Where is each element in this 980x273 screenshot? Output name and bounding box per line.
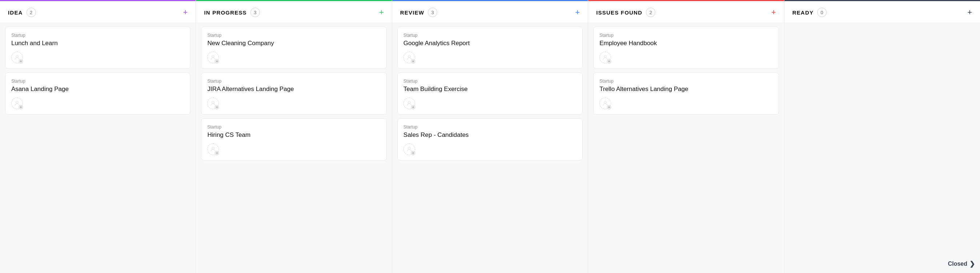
card-avatar-add[interactable] xyxy=(404,52,415,63)
card-avatar-add[interactable] xyxy=(600,52,611,63)
column-title-issues-found: ISSUES FOUND xyxy=(596,10,642,16)
card-title: Google Analytics Report xyxy=(404,39,576,47)
card-org-label: Startup xyxy=(404,33,576,38)
column-count-in-progress: 3 xyxy=(250,8,260,17)
column-header-issues-found: ISSUES FOUND2+ xyxy=(588,0,784,22)
card-org-label: Startup xyxy=(600,78,772,84)
column-count-ready: 0 xyxy=(817,8,827,17)
column-add-button-ready[interactable]: + xyxy=(967,8,972,16)
task-card[interactable]: StartupSales Rep - Candidates xyxy=(397,118,583,161)
svg-point-5 xyxy=(408,55,410,57)
card-avatar-add[interactable] xyxy=(11,52,23,63)
card-avatar-add[interactable] xyxy=(207,97,219,109)
card-avatar-add[interactable] xyxy=(404,97,415,109)
card-avatar-add[interactable] xyxy=(207,52,219,63)
card-title: Employee Handbook xyxy=(600,39,772,47)
column-title-review: REVIEW xyxy=(400,10,424,16)
svg-point-0 xyxy=(16,55,18,57)
task-card[interactable]: StartupGoogle Analytics Report xyxy=(397,27,583,69)
closed-label: Closed xyxy=(948,260,967,267)
card-avatar-add[interactable] xyxy=(207,144,219,155)
svg-point-3 xyxy=(212,101,214,104)
column-body-in-progress: StartupNew Cleaning Company StartupJIRA … xyxy=(196,22,391,273)
card-title: New Cleaning Company xyxy=(207,39,380,47)
column-title-in-progress: IN PROGRESS xyxy=(204,10,247,16)
column-count-issues-found: 2 xyxy=(646,8,655,17)
card-org-label: Startup xyxy=(600,33,772,38)
card-title: Hiring CS Team xyxy=(207,131,380,139)
column-title-ready: READY xyxy=(792,10,814,16)
card-org-label: Startup xyxy=(404,78,576,84)
column-body-idea: StartupLunch and Learn StartupAsana Land… xyxy=(0,22,196,273)
column-ready: READY0+Closed❯ xyxy=(784,0,980,273)
svg-point-7 xyxy=(408,147,410,149)
column-add-button-idea[interactable]: + xyxy=(183,8,188,16)
column-title-idea: IDEA xyxy=(8,10,23,16)
column-footer-ready: Closed❯ xyxy=(784,255,980,273)
card-title: Sales Rep - Candidates xyxy=(404,131,576,139)
column-review: REVIEW3+StartupGoogle Analytics Report S… xyxy=(392,0,588,273)
column-body-issues-found: StartupEmployee Handbook StartupTrello A… xyxy=(588,22,784,273)
column-issues-found: ISSUES FOUND2+StartupEmployee Handbook S… xyxy=(588,0,784,273)
task-card[interactable]: StartupHiring CS Team xyxy=(201,118,387,161)
column-body-review: StartupGoogle Analytics Report StartupTe… xyxy=(392,22,588,273)
card-title: Asana Landing Page xyxy=(11,85,184,93)
task-card[interactable]: StartupTrello Alternatives Landing Page xyxy=(593,72,779,115)
card-org-label: Startup xyxy=(207,33,380,38)
task-card[interactable]: StartupLunch and Learn xyxy=(5,27,191,69)
svg-point-8 xyxy=(604,55,606,57)
card-avatar-add[interactable] xyxy=(11,97,23,109)
column-header-ready: READY0+ xyxy=(784,0,980,22)
card-avatar-add[interactable] xyxy=(404,144,415,155)
kanban-board: IDEA2+StartupLunch and Learn StartupAsan… xyxy=(0,0,980,273)
column-count-idea: 2 xyxy=(27,8,36,17)
closed-chevron-icon: ❯ xyxy=(969,260,975,268)
svg-point-2 xyxy=(212,55,214,57)
column-add-button-in-progress[interactable]: + xyxy=(379,8,384,16)
card-title: JIRA Alternatives Landing Page xyxy=(207,85,380,93)
card-org-label: Startup xyxy=(11,33,184,38)
task-card[interactable]: StartupEmployee Handbook xyxy=(593,27,779,69)
svg-point-1 xyxy=(16,101,18,104)
column-header-in-progress: IN PROGRESS3+ xyxy=(196,0,391,22)
column-header-review: REVIEW3+ xyxy=(392,0,588,22)
card-title: Lunch and Learn xyxy=(11,39,184,47)
closed-button[interactable]: Closed❯ xyxy=(948,259,975,269)
card-title: Team Building Exercise xyxy=(404,85,576,93)
column-idea: IDEA2+StartupLunch and Learn StartupAsan… xyxy=(0,0,196,273)
card-org-label: Startup xyxy=(207,78,380,84)
card-org-label: Startup xyxy=(207,125,380,129)
svg-point-4 xyxy=(212,147,214,149)
svg-point-6 xyxy=(408,101,410,104)
task-card[interactable]: StartupJIRA Alternatives Landing Page xyxy=(201,72,387,115)
column-in-progress: IN PROGRESS3+StartupNew Cleaning Company… xyxy=(196,0,392,273)
task-card[interactable]: StartupAsana Landing Page xyxy=(5,72,191,115)
column-header-idea: IDEA2+ xyxy=(0,0,196,22)
card-title: Trello Alternatives Landing Page xyxy=(600,85,772,93)
task-card[interactable]: StartupTeam Building Exercise xyxy=(397,72,583,115)
column-add-button-issues-found[interactable]: + xyxy=(772,8,776,16)
card-org-label: Startup xyxy=(404,125,576,129)
card-org-label: Startup xyxy=(11,78,184,84)
column-add-button-review[interactable]: + xyxy=(575,8,580,16)
card-avatar-add[interactable] xyxy=(600,97,611,109)
task-card[interactable]: StartupNew Cleaning Company xyxy=(201,27,387,69)
column-count-review: 3 xyxy=(428,8,437,17)
column-body-ready xyxy=(784,22,980,255)
svg-point-9 xyxy=(604,101,606,104)
